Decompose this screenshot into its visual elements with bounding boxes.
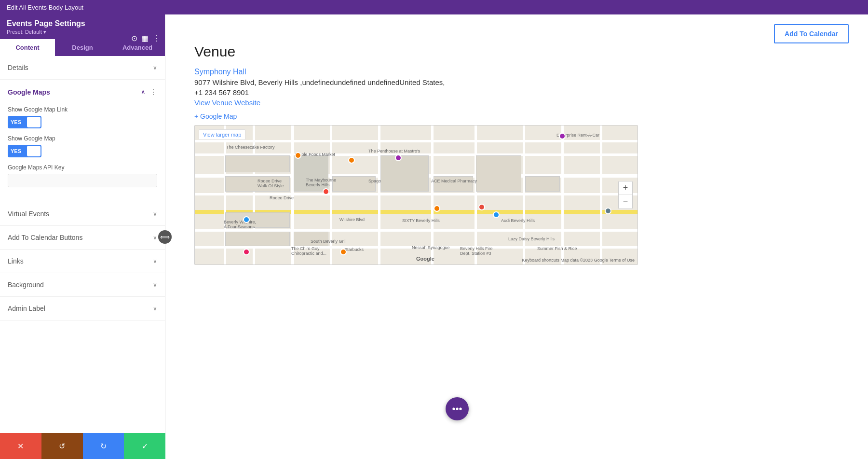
map-label-audi: Audi Beverly Hills xyxy=(501,218,535,223)
add-to-calendar-header[interactable]: Add To Calendar Buttons ∨ xyxy=(0,226,165,249)
details-label: Details xyxy=(8,64,28,71)
bottom-bar: ✕ ↺ ↻ ✓ xyxy=(0,433,165,459)
show-google-map-toggle[interactable]: YES xyxy=(8,145,41,157)
virtual-events-chevron-icon: ∨ xyxy=(153,210,157,217)
street-v-6 xyxy=(431,125,434,264)
block-4 xyxy=(332,176,376,192)
toggle-yes-label-2: YES xyxy=(8,148,24,154)
google-map-link[interactable]: + Google Map xyxy=(194,112,839,120)
columns-icon[interactable]: ▦ xyxy=(141,34,149,43)
block-11 xyxy=(294,232,328,246)
background-chevron-icon: ∨ xyxy=(153,281,157,288)
add-to-calendar-label: Add To Calendar Buttons xyxy=(8,234,82,241)
virtual-events-header[interactable]: Virtual Events ∨ xyxy=(0,202,165,225)
fab-dots-icon: ••• xyxy=(452,403,462,415)
settings-icon[interactable]: ⊙ xyxy=(131,34,137,43)
main-content: Add To Calendar Venue Symphony Hall 9077… xyxy=(165,14,868,459)
map-container: The Cheesecake Factory Whole Foods Marke… xyxy=(194,125,638,265)
street-h-6 xyxy=(195,246,637,249)
map-pin-blue xyxy=(493,211,500,218)
map-pin-orange xyxy=(434,205,440,212)
map-pin-red-2 xyxy=(323,188,329,195)
block-3 xyxy=(294,155,328,192)
venue-section: Venue Symphony Hall 9077 Wilshire Blvd, … xyxy=(194,43,839,265)
toggle-handle-2 xyxy=(27,146,41,156)
map-pin-gray xyxy=(605,208,611,214)
more-icon[interactable]: ⋮ xyxy=(152,34,160,43)
venue-address: 9077 Wilshire Blvd, Beverly Hills ,undef… xyxy=(194,78,839,86)
block-1 xyxy=(225,155,290,172)
cancel-button[interactable]: ✕ xyxy=(0,433,41,459)
map-pin-blue-2 xyxy=(243,216,250,223)
show-google-map-field: Show Google Map YES xyxy=(8,135,157,157)
sidebar-header-icons: ⊙ ▦ ⋮ xyxy=(131,34,160,43)
block-8 xyxy=(525,176,560,192)
map-attribution: Keyboard shortcuts Map data ©2023 Google… xyxy=(522,258,635,263)
google-maps-chevron-up-icon: ∧ xyxy=(141,88,146,96)
street-h-4 xyxy=(195,193,637,195)
add-to-calendar-chevron-icon: ∨ xyxy=(153,234,157,241)
block-9 xyxy=(225,212,290,228)
map-label-sixty: SIXTY Beverly Hills xyxy=(402,218,440,223)
block-10 xyxy=(225,232,290,246)
map-pin-purple xyxy=(395,154,402,161)
map-pin-pink xyxy=(243,249,250,255)
street-v-8 xyxy=(523,125,525,264)
redo-button[interactable]: ↻ xyxy=(83,433,124,459)
street-v-5 xyxy=(378,125,380,264)
virtual-events-label: Virtual Events xyxy=(8,210,49,218)
admin-label-header[interactable]: Admin Label ∨ xyxy=(0,297,165,320)
toggle-yes-label: YES xyxy=(8,119,24,125)
sidebar-header: Events Page Settings Preset: Default ▾ ⊙… xyxy=(0,14,165,39)
block-2 xyxy=(225,176,290,192)
save-icon: ✓ xyxy=(142,442,148,451)
undo-icon: ↺ xyxy=(59,442,65,451)
venue-name-link[interactable]: Symphony Hall xyxy=(194,68,839,76)
drag-handle[interactable]: ⟺ xyxy=(158,230,172,244)
map-label-lazydaisy: Lazy Daisy Beverly Hills xyxy=(508,236,555,241)
save-button[interactable]: ✓ xyxy=(124,433,165,459)
google-maps-more-icon[interactable]: ⋮ xyxy=(149,87,157,97)
map-label-penthouse: The Penthouse at Mastro's xyxy=(368,149,420,153)
sidebar-content: Details ∨ Google Maps ∧ ⋮ Show Google Ma xyxy=(0,56,165,459)
view-larger-map-link[interactable]: View larger map xyxy=(199,129,245,140)
virtual-events-section: Virtual Events ∨ xyxy=(0,202,165,226)
add-to-calendar-button[interactable]: Add To Calendar xyxy=(774,24,849,43)
admin-label-label: Admin Label xyxy=(8,305,45,312)
street-h-1 xyxy=(195,140,637,142)
map-zoom-out-button[interactable]: − xyxy=(619,195,632,209)
google-maps-label: Google Maps xyxy=(8,88,50,96)
show-google-map-link-toggle[interactable]: YES xyxy=(8,116,41,128)
fab-button[interactable]: ••• xyxy=(446,397,469,420)
tab-content[interactable]: Content xyxy=(0,39,55,56)
street-v-10 xyxy=(600,125,602,264)
background-label: Background xyxy=(8,281,44,289)
toggle-handle xyxy=(27,117,41,127)
details-chevron-icon: ∨ xyxy=(153,64,157,71)
map-label-rodeo-dr: Rodeo Drive xyxy=(270,195,294,200)
block-5 xyxy=(380,155,429,192)
venue-phone: +1 234 567 8901 xyxy=(194,88,839,97)
details-section-header[interactable]: Details ∨ xyxy=(0,56,165,79)
google-maps-section: Google Maps ∧ ⋮ Show Google Map Link YES xyxy=(0,80,165,202)
background-header[interactable]: Background ∨ xyxy=(0,273,165,296)
map-pin-orange-2 xyxy=(295,152,301,159)
show-google-map-link-field: Show Google Map Link YES xyxy=(8,106,157,128)
api-key-input[interactable] xyxy=(8,174,157,187)
links-section: Links ∨ xyxy=(0,250,165,273)
google-maps-header[interactable]: Google Maps ∧ ⋮ xyxy=(0,80,165,104)
google-maps-body: Show Google Map Link YES Show Google Map… xyxy=(0,104,165,202)
tab-design[interactable]: Design xyxy=(55,39,110,56)
undo-button[interactable]: ↺ xyxy=(41,433,83,459)
map-zoom-in-button[interactable]: + xyxy=(619,181,632,195)
venue-website-link[interactable]: View Venue Website xyxy=(194,98,839,107)
add-to-calendar-section: Add To Calendar Buttons ∨ xyxy=(0,226,165,250)
details-section: Details ∨ xyxy=(0,56,165,80)
links-header[interactable]: Links ∨ xyxy=(0,250,165,273)
links-chevron-icon: ∨ xyxy=(153,258,157,264)
api-key-field: Google Maps API Key xyxy=(8,164,157,187)
google-maps-icons: ∧ ⋮ xyxy=(141,87,157,97)
admin-label-section: Admin Label ∨ xyxy=(0,297,165,320)
street-v-7 xyxy=(475,125,477,264)
api-key-label: Google Maps API Key xyxy=(8,164,157,171)
